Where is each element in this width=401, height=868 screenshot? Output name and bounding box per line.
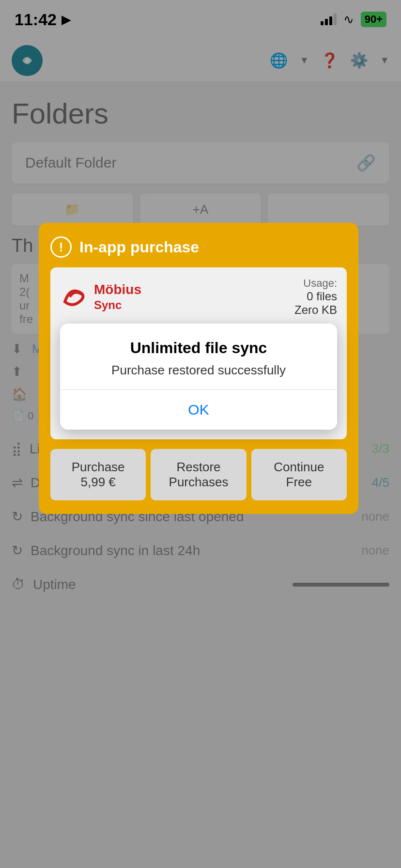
usage-label: Usage: bbox=[294, 277, 337, 290]
alert-message: Purchase restored successfully bbox=[74, 363, 324, 378]
alert-body: Unlimited file sync Purchase restored su… bbox=[60, 324, 337, 389]
usage-info: Usage: 0 files Zero KB bbox=[294, 277, 337, 317]
ok-button[interactable]: OK bbox=[60, 390, 337, 430]
size-value: Zero KB bbox=[294, 303, 337, 317]
alert-dialog: Unlimited file sync Purchase restored su… bbox=[60, 324, 337, 430]
bottom-buttons: Purchase5,99 € RestorePurchases Continue… bbox=[50, 449, 347, 500]
purchase-button[interactable]: Purchase5,99 € bbox=[50, 449, 146, 500]
in-app-purchase-card: ! In-app purchase Möbius Sync Usage: 0 f… bbox=[39, 223, 358, 514]
yellow-card-title: In-app purchase bbox=[79, 238, 199, 256]
restore-label: RestorePurchases bbox=[169, 460, 229, 489]
yellow-card-header: ! In-app purchase bbox=[50, 236, 347, 258]
purchase-label: Purchase5,99 € bbox=[72, 460, 125, 489]
product-header: Möbius Sync Usage: 0 files Zero KB bbox=[60, 277, 337, 317]
product-card: Möbius Sync Usage: 0 files Zero KB Unlim… bbox=[50, 267, 347, 439]
alert-title: Unlimited file sync bbox=[74, 339, 324, 357]
exclamation-icon: ! bbox=[50, 236, 72, 258]
continue-free-label: ContinueFree bbox=[274, 460, 324, 489]
continue-free-button[interactable]: ContinueFree bbox=[251, 449, 347, 500]
mobius-logo-svg bbox=[60, 282, 89, 311]
files-count: 0 files bbox=[294, 290, 337, 303]
restore-purchases-button[interactable]: RestorePurchases bbox=[151, 449, 246, 500]
product-logo: Möbius Sync bbox=[60, 282, 141, 312]
product-name: Möbius Sync bbox=[94, 282, 141, 312]
